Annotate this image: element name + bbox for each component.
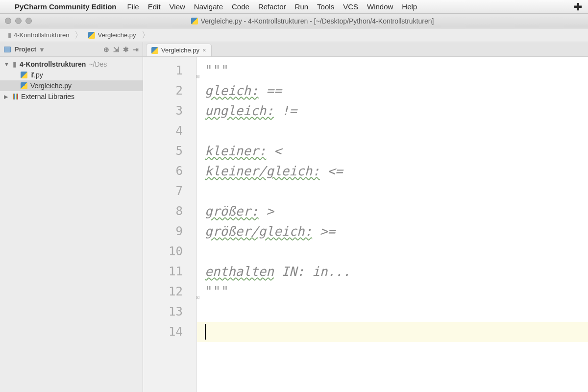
- code-line[interactable]: [205, 322, 588, 342]
- main-split: Project ▾ ⊕ ⇲ ✱ ⇥ ▼ ▮ 4-Kontrollstruktur…: [0, 42, 588, 392]
- zoom-window-button[interactable]: [25, 18, 32, 24]
- line-number: 4: [143, 121, 183, 141]
- python-file-icon: [21, 82, 27, 89]
- menu-window[interactable]: Window: [367, 2, 393, 11]
- code-line[interactable]: """⊟: [205, 61, 588, 81]
- python-file-icon: [151, 47, 158, 54]
- menu-navigate[interactable]: Navigate: [194, 2, 223, 11]
- hide-tool-icon[interactable]: ⇥: [133, 46, 139, 53]
- project-tool-title: Project: [15, 46, 36, 53]
- line-number: 11: [143, 262, 183, 282]
- line-number: 7: [143, 181, 183, 201]
- breadcrumb-file[interactable]: Vergleiche.py: [85, 30, 139, 40]
- line-number: 2: [143, 81, 183, 101]
- project-tree: ▼ ▮ 4-Kontrollstrukturen ~/Des if.py Ver…: [0, 57, 143, 104]
- code-line[interactable]: kleiner: <: [205, 141, 588, 161]
- breadcrumb-item-1: Vergleiche.py: [98, 31, 136, 39]
- close-window-button[interactable]: [5, 18, 11, 24]
- code-line[interactable]: enthalten IN: in...: [205, 262, 588, 282]
- tree-root-name: 4-Kontrollstrukturen: [20, 60, 86, 68]
- traffic-lights: [5, 18, 32, 24]
- chevron-right-icon: 〉: [74, 29, 83, 41]
- scroll-target-icon[interactable]: ⊕: [103, 46, 109, 53]
- folder-icon: ▮: [8, 31, 11, 39]
- breadcrumb-item-0: 4-Kontrollstrukturen: [14, 31, 69, 39]
- breadcrumb: ▮ 4-Kontrollstrukturen 〉 Vergleiche.py 〉: [0, 28, 588, 42]
- expand-arrow-icon[interactable]: ▶: [4, 94, 10, 100]
- libraries-icon: [13, 94, 18, 99]
- line-number: 8: [143, 201, 183, 221]
- line-number: 3: [143, 101, 183, 121]
- menu-code[interactable]: Code: [232, 2, 249, 11]
- tree-file-name: if.py: [30, 71, 43, 79]
- menu-view[interactable]: View: [170, 2, 185, 11]
- menu-tools[interactable]: Tools: [317, 2, 334, 11]
- project-icon: [4, 47, 11, 52]
- line-number: 1: [143, 61, 183, 81]
- code-line[interactable]: größer/gleich: >=: [205, 221, 588, 242]
- line-number: 9: [143, 221, 183, 242]
- menubar-extra-icon[interactable]: ✚: [574, 1, 582, 13]
- menu-vcs[interactable]: VCS: [343, 2, 358, 11]
- line-number: 14: [143, 322, 183, 342]
- editor-area: Vergleiche.py × 1234567891011121314 """⊟…: [143, 42, 588, 392]
- menu-refactor[interactable]: Refactor: [258, 2, 286, 11]
- dropdown-icon[interactable]: ▾: [40, 46, 44, 53]
- settings-gear-icon[interactable]: ✱: [123, 46, 129, 53]
- window-titlebar: Vergleiche.py - 4-Kontrollstrukturen - […: [0, 14, 588, 28]
- code-line[interactable]: [205, 181, 588, 201]
- python-file-icon: [88, 32, 95, 39]
- menu-file[interactable]: File: [127, 2, 139, 11]
- tree-file-selected[interactable]: Vergleiche.py: [0, 80, 143, 91]
- code-line[interactable]: kleiner/gleich: <=: [205, 161, 588, 181]
- line-number: 6: [143, 161, 183, 181]
- python-file-icon: [191, 18, 198, 24]
- menu-help[interactable]: Help: [402, 2, 417, 11]
- line-number-gutter: 1234567891011121314: [143, 57, 197, 392]
- line-number: 10: [143, 242, 183, 262]
- project-tool-header: Project ▾ ⊕ ⇲ ✱ ⇥: [0, 42, 143, 57]
- text-caret: [205, 324, 206, 340]
- code-line[interactable]: [205, 242, 588, 262]
- project-tool-window: Project ▾ ⊕ ⇲ ✱ ⇥ ▼ ▮ 4-Kontrollstruktur…: [0, 42, 143, 392]
- code-line[interactable]: gleich: ==: [205, 81, 588, 101]
- window-title: Vergleiche.py - 4-Kontrollstrukturen - […: [201, 17, 434, 25]
- code-content[interactable]: """⊟gleich: ==ungleich: !=kleiner: <klei…: [197, 57, 588, 392]
- line-number: 5: [143, 141, 183, 161]
- fold-toggle-icon[interactable]: ⊡: [196, 288, 203, 294]
- tree-root[interactable]: ▼ ▮ 4-Kontrollstrukturen ~/Des: [0, 59, 143, 70]
- code-line[interactable]: """⊡: [205, 282, 588, 302]
- tab-label: Vergleiche.py: [161, 47, 199, 54]
- line-number: 12: [143, 282, 183, 302]
- menu-run[interactable]: Run: [295, 2, 309, 11]
- tree-file-name: Vergleiche.py: [30, 82, 72, 90]
- code-editor[interactable]: 1234567891011121314 """⊟gleich: ==unglei…: [143, 57, 588, 392]
- chevron-right-icon: 〉: [142, 29, 150, 41]
- fold-toggle-icon[interactable]: ⊟: [196, 67, 203, 74]
- collapse-all-icon[interactable]: ⇲: [113, 46, 119, 53]
- code-line[interactable]: [205, 121, 588, 141]
- close-tab-icon[interactable]: ×: [202, 47, 206, 54]
- breadcrumb-folder[interactable]: ▮ 4-Kontrollstrukturen: [5, 30, 72, 40]
- minimize-window-button[interactable]: [15, 18, 22, 24]
- expand-arrow-icon[interactable]: ▼: [4, 61, 10, 67]
- tree-external-label: External Libraries: [21, 93, 74, 100]
- tree-external-libraries[interactable]: ▶ External Libraries: [0, 91, 143, 102]
- code-line[interactable]: ungleich: !=: [205, 101, 588, 121]
- folder-icon: ▮: [13, 60, 17, 68]
- tab-active[interactable]: Vergleiche.py ×: [146, 44, 212, 56]
- editor-tabs: Vergleiche.py ×: [143, 42, 588, 57]
- line-number: 13: [143, 302, 183, 322]
- app-name[interactable]: PyCharm Community Edition: [15, 2, 117, 11]
- python-file-icon: [21, 72, 27, 78]
- tree-file[interactable]: if.py: [0, 70, 143, 80]
- code-line[interactable]: [205, 302, 588, 322]
- code-line[interactable]: größer: >: [205, 201, 588, 221]
- menu-edit[interactable]: Edit: [148, 2, 161, 11]
- mac-menubar: PyCharm Community Edition File Edit View…: [0, 0, 588, 14]
- tree-root-path: ~/Des: [89, 60, 107, 68]
